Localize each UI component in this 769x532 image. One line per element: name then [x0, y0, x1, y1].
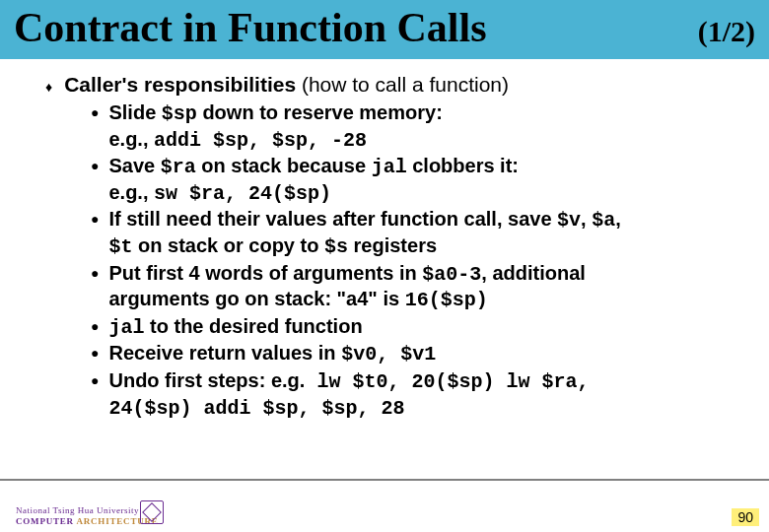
sub-bullet-list: ● Slide $sp down to reserve memory: e.g.…	[91, 100, 739, 421]
footer-branding: National Tsing Hua University COMPUTER A…	[16, 505, 159, 526]
bullet-icon: ●	[91, 154, 99, 177]
department-name: COMPUTER ARCHITECTURE	[16, 516, 159, 526]
main-heading: Caller's responsibilities (how to call a…	[64, 73, 509, 97]
list-item: ● Put first 4 words of arguments in $a0-…	[91, 261, 739, 313]
list-item: ● Undo first steps: e.g. lw $t0, 20($sp)…	[91, 368, 739, 421]
bullet-icon: ●	[91, 100, 99, 124]
list-item: ● Slide $sp down to reserve memory: e.g.…	[91, 100, 739, 153]
title-bar: Contract in Function Calls (1/2)	[0, 0, 769, 59]
bullet-icon: ●	[91, 261, 99, 285]
slide-title: Contract in Function Calls	[14, 4, 487, 51]
content-area: ♦ Caller's responsibilities (how to call…	[0, 59, 769, 421]
list-item: ● If still need their values after funct…	[91, 207, 739, 259]
bullet-icon: ●	[91, 368, 99, 392]
bullet-text: Undo first steps: e.g. lw $t0, 20($sp) l…	[108, 368, 739, 421]
bullet-text: If still need their values after functio…	[108, 207, 739, 259]
bullet-text: Save $ra on stack because jal clobbers i…	[108, 154, 739, 206]
bullet-icon: ●	[91, 341, 99, 365]
page-number: 90	[732, 508, 759, 526]
bullet-text: Receive return values in $v0, $v1	[108, 341, 739, 367]
university-logo-icon	[140, 500, 164, 524]
main-bullet: ♦ Caller's responsibilities (how to call…	[45, 73, 739, 99]
bullet-icon: ●	[91, 207, 99, 231]
bullet-icon: ●	[91, 314, 99, 338]
list-item: ● jal to the desired function	[91, 314, 739, 341]
bullet-text: Slide $sp down to reserve memory: e.g., …	[108, 100, 739, 153]
slide-page-indicator: (1/2)	[698, 15, 755, 48]
list-item: ● Save $ra on stack because jal clobbers…	[91, 154, 739, 206]
bullet-text: Put first 4 words of arguments in $a0-3,…	[108, 261, 739, 313]
bullet-text: jal to the desired function	[108, 314, 739, 341]
heading-rest: (how to call a function)	[296, 73, 509, 96]
heading-bold: Caller's responsibilities	[64, 73, 296, 96]
university-name: National Tsing Hua University	[16, 505, 159, 515]
diamond-icon: ♦	[45, 75, 52, 99]
footer: National Tsing Hua University COMPUTER A…	[0, 479, 769, 532]
list-item: ● Receive return values in $v0, $v1	[91, 341, 739, 367]
